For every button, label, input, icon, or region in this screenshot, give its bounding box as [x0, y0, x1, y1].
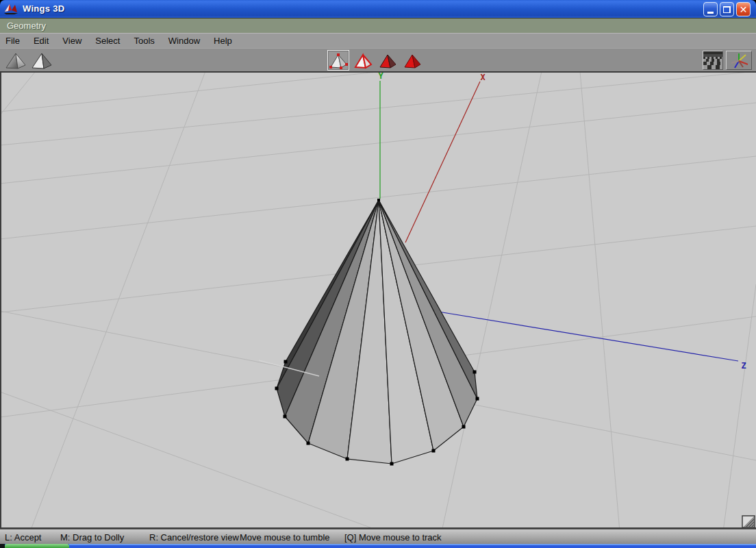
toolbar — [0, 48, 756, 71]
vertex-select-mode-button[interactable] — [328, 51, 349, 70]
status-segment-3: Move mouse to tumble — [240, 532, 330, 543]
taskbar-sliver — [0, 544, 756, 548]
body-pyramid-icon — [402, 51, 423, 70]
cone-base-vertex-9 — [473, 371, 477, 374]
cone-base-vertex-8 — [476, 397, 479, 401]
menu-item-edit[interactable]: Edit — [34, 36, 49, 46]
minimize-button[interactable] — [703, 2, 718, 16]
cone-base-vertex-3 — [307, 442, 310, 445]
close-button[interactable]: ✕ — [736, 2, 751, 16]
face-pyramid-icon — [377, 51, 398, 70]
wings3d-logo-icon — [3, 3, 18, 15]
flat-shaded-pyramid-icon[interactable] — [30, 51, 53, 70]
restore-button[interactable] — [720, 2, 734, 16]
menu-item-file[interactable]: File — [5, 36, 20, 46]
viewport-canvas[interactable]: XYZ — [1, 73, 756, 527]
body-select-mode-button[interactable] — [402, 51, 423, 70]
status-segment-4: [Q] Move mouse to track — [344, 532, 442, 543]
cone-base-vertex-0 — [284, 360, 288, 364]
cone-base-vertex-4 — [346, 458, 349, 461]
axes-icon — [727, 51, 751, 69]
title-bar[interactable]: Wings 3D ✕ — [0, 0, 756, 18]
wings3d-window: Wings 3D ✕ Geometry FileEditViewSelectTo… — [0, 0, 756, 548]
z-axis-label: Z — [741, 361, 746, 371]
ground-plane-icon — [703, 51, 722, 69]
geometry-pane-header: Geometry — [0, 18, 756, 33]
menu-item-tools[interactable]: Tools — [134, 36, 154, 46]
cone-base-vertex-2 — [284, 415, 287, 419]
cone-base-vertex-5 — [390, 462, 394, 466]
ground-plane-toggle-button[interactable] — [703, 51, 723, 70]
status-segment-0: L: Accept — [5, 532, 41, 543]
cone-apex-vertex — [377, 199, 380, 201]
menu-item-view[interactable]: View — [62, 36, 81, 46]
axes-toggle-button[interactable] — [726, 51, 752, 70]
minimize-icon — [707, 12, 714, 14]
taskbar-highlight — [69, 544, 756, 545]
edge-select-mode-button[interactable] — [353, 51, 373, 70]
viewport: XYZ — [0, 71, 756, 529]
menu-item-select[interactable]: Select — [95, 36, 120, 46]
close-icon: ✕ — [740, 5, 748, 14]
cone-base-vertex-6 — [432, 449, 436, 453]
y-axis-label: Y — [378, 73, 383, 81]
taskbar-corner — [0, 544, 5, 548]
geometry-pane-title: Geometry — [7, 21, 46, 31]
status-segment-1: M: Drag to Dolly — [60, 532, 124, 543]
menu-item-window[interactable]: Window — [168, 36, 200, 46]
menu-item-help[interactable]: Help — [214, 36, 232, 46]
window-title: Wings 3D — [23, 3, 65, 14]
cone-base-vertex-7 — [462, 425, 466, 429]
start-button-sliver[interactable] — [5, 544, 69, 548]
edge-pyramid-icon — [353, 51, 373, 70]
status-segment-2: R: Cancel/restore view — [149, 532, 239, 543]
face-select-mode-button[interactable] — [377, 51, 398, 70]
x-axis-label: X — [480, 73, 486, 82]
menu-bar: FileEditViewSelectToolsWindowHelp — [0, 33, 756, 48]
restore-icon — [723, 6, 731, 13]
vertex-pyramid-icon — [328, 51, 349, 70]
cone-base-vertex-1 — [275, 387, 279, 390]
status-bar: L: AcceptM: Drag to DollyR: Cancel/resto… — [0, 529, 756, 544]
smooth-shaded-pyramid-icon[interactable] — [4, 51, 27, 70]
